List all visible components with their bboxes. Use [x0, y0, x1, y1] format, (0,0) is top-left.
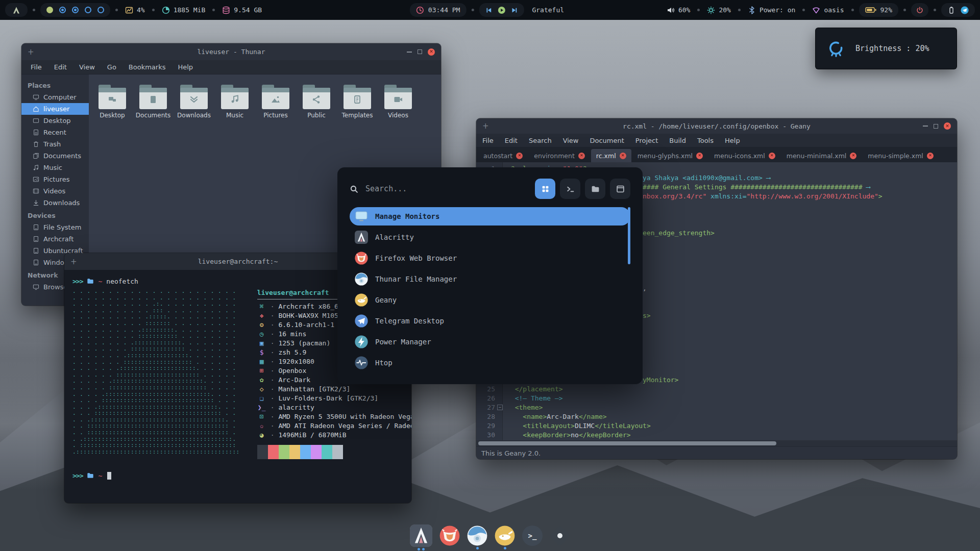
search-bar[interactable]: [350, 184, 529, 194]
thunar-titlebar[interactable]: + liveuser - Thunar ✕: [21, 43, 441, 60]
tab-menu-glyphs-xml[interactable]: menu-glyphs.xml✕: [632, 149, 708, 162]
geany-menu-help[interactable]: Help: [725, 137, 740, 144]
dock-item-alacritty[interactable]: [410, 524, 432, 547]
minimize-icon[interactable]: [923, 126, 928, 127]
close-tab-icon[interactable]: ✕: [620, 153, 626, 159]
scrollbar-thumb[interactable]: [478, 441, 776, 445]
tab-autostart[interactable]: autostart✕: [478, 149, 528, 162]
workspace-indicator-4[interactable]: [85, 7, 91, 13]
sidebar-item-documents[interactable]: Documents: [21, 150, 89, 162]
sidebar-item-music[interactable]: Music: [21, 162, 89, 173]
close-tab-icon[interactable]: ✕: [850, 153, 856, 159]
new-tab-icon[interactable]: +: [28, 47, 34, 57]
geany-menu-document[interactable]: Document: [590, 137, 624, 144]
search-input[interactable]: [364, 184, 529, 194]
folder-music[interactable]: Music: [218, 84, 251, 119]
tab-environment[interactable]: environment✕: [529, 149, 590, 162]
tab-menu-minimal-xml[interactable]: menu-minimal.xml✕: [781, 149, 862, 162]
sidebar-item-desktop[interactable]: Desktop: [21, 115, 89, 127]
geany-menu-edit[interactable]: Edit: [505, 137, 518, 144]
telegram-tray-icon[interactable]: [961, 6, 969, 14]
workspace-indicator-2[interactable]: [59, 7, 66, 13]
power-button[interactable]: [911, 3, 928, 17]
maximize-icon[interactable]: [418, 49, 422, 54]
sidebar-item-computer[interactable]: Computer: [21, 91, 89, 103]
new-tab-icon[interactable]: +: [70, 257, 77, 266]
folder-downloads[interactable]: Downloads: [178, 84, 210, 119]
disk-widget[interactable]: 9.54 GB: [220, 3, 264, 17]
sidebar-item-archcraft[interactable]: Archcraft: [21, 233, 89, 245]
bluetooth-widget[interactable]: Power: on: [746, 3, 797, 17]
launcher-item-alacritty[interactable]: Alacritty: [350, 228, 630, 246]
fold-marker[interactable]: −: [497, 405, 503, 410]
volume-widget[interactable]: 60%: [665, 3, 692, 17]
sidebar-item-recent[interactable]: Recent: [21, 127, 89, 138]
brightness-notification[interactable]: Brightness : 20%: [816, 28, 957, 69]
close-tab-icon[interactable]: ✕: [578, 153, 585, 159]
tab-rc-xml[interactable]: rc.xml✕: [591, 149, 631, 162]
memory-widget[interactable]: 1885 MiB: [160, 3, 208, 17]
new-file-icon[interactable]: +: [482, 121, 489, 131]
folder-public[interactable]: Public: [300, 84, 333, 119]
thunar-menu-bookmarks[interactable]: Bookmarks: [129, 63, 166, 71]
geany-menu-project[interactable]: Project: [635, 137, 658, 144]
launcher-scrollbar[interactable]: [628, 207, 630, 264]
folder-desktop[interactable]: Desktop: [96, 84, 129, 119]
thunar-menu-go[interactable]: Go: [107, 63, 116, 71]
restore-icon[interactable]: [934, 124, 938, 129]
horizontal-scrollbar[interactable]: [476, 440, 957, 446]
sidebar-item-file-system[interactable]: File System: [21, 221, 89, 233]
sidebar-item-liveuser[interactable]: liveuser: [21, 103, 89, 115]
mode-files-button[interactable]: [585, 179, 605, 199]
thunar-menu-help[interactable]: Help: [178, 63, 193, 71]
close-tab-icon[interactable]: ✕: [516, 153, 523, 159]
minimize-icon[interactable]: [407, 52, 412, 53]
brightness-widget[interactable]: 20%: [705, 3, 732, 17]
mode-run-button[interactable]: [560, 179, 580, 199]
folder-pictures[interactable]: Pictures: [259, 84, 292, 119]
dock-item-settings[interactable]: [550, 525, 570, 546]
sidebar-item-videos[interactable]: Videos: [21, 185, 89, 197]
play-icon[interactable]: [497, 6, 505, 14]
launcher-item-thunar-file-manager[interactable]: Thunar File Manager: [350, 270, 630, 288]
geany-menu-search[interactable]: Search: [529, 137, 552, 144]
dock-item-terminal[interactable]: >_: [522, 525, 543, 546]
tab-menu-icons-xml[interactable]: menu-icons.xml✕: [709, 149, 780, 162]
sidebar-item-downloads[interactable]: Downloads: [21, 197, 89, 209]
thunar-menu-file[interactable]: File: [31, 63, 42, 71]
folder-videos[interactable]: Videos: [382, 84, 414, 119]
next-track-icon[interactable]: [510, 7, 518, 14]
launcher-item-htop[interactable]: Htop: [350, 354, 630, 372]
tab-menu-simple-xml[interactable]: menu-simple.xml✕: [863, 149, 939, 162]
launcher-item-manage-monitors[interactable]: Manage Monitors: [350, 207, 630, 226]
close-tab-icon[interactable]: ✕: [927, 153, 934, 159]
geany-titlebar[interactable]: + rc.xml - /home/liveuser/.config/openbo…: [476, 118, 957, 134]
sidebar-item-trash[interactable]: Trash: [21, 138, 89, 150]
workspace-indicator-5[interactable]: [97, 7, 104, 13]
archcraft-logo-button[interactable]: [5, 3, 28, 17]
dock-item-thunar[interactable]: [467, 525, 487, 546]
launcher-item-telegram-desktop[interactable]: Telegram Desktop: [350, 312, 630, 330]
clock-widget[interactable]: 03:44 PM: [410, 3, 467, 17]
dock-item-firefox[interactable]: [439, 525, 460, 546]
launcher-item-firefox-web-browser[interactable]: Firefox Web Browser: [350, 249, 630, 267]
thunar-menu-edit[interactable]: Edit: [54, 63, 67, 71]
geany-menu-view[interactable]: View: [563, 137, 579, 144]
launcher-item-power-manager[interactable]: Power Manager: [350, 333, 630, 351]
thunar-menu-view[interactable]: View: [79, 63, 95, 71]
launcher-item-geany[interactable]: Geany: [350, 291, 630, 309]
network-widget[interactable]: oasis: [810, 3, 846, 17]
geany-menu-file[interactable]: File: [482, 137, 494, 144]
folder-documents[interactable]: Documents: [137, 84, 169, 119]
mode-apps-button[interactable]: [535, 179, 555, 199]
mode-windows-button[interactable]: [610, 179, 630, 199]
geany-menu-build[interactable]: Build: [669, 137, 686, 144]
close-tab-icon[interactable]: ✕: [696, 153, 703, 159]
dock-item-geany[interactable]: [495, 525, 515, 546]
battery-widget[interactable]: 92%: [859, 3, 898, 17]
folder-templates[interactable]: Templates: [341, 84, 374, 119]
sidebar-item-pictures[interactable]: Pictures: [21, 173, 89, 185]
workspace-indicator-3[interactable]: [72, 7, 79, 13]
previous-track-icon[interactable]: [485, 7, 492, 14]
close-tab-icon[interactable]: ✕: [769, 153, 775, 159]
